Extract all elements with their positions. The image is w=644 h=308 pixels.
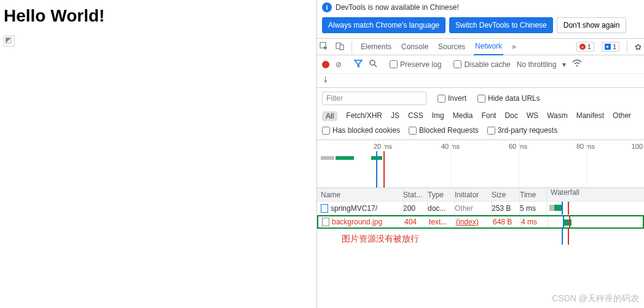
- tab-network[interactable]: Network: [474, 38, 503, 55]
- network-conditions-icon[interactable]: [572, 59, 582, 69]
- svg-line-4: [374, 65, 377, 67]
- match-language-button[interactable]: Always match Chrome's language: [322, 17, 446, 33]
- col-name[interactable]: Name: [317, 188, 403, 201]
- col-type[interactable]: Type: [428, 188, 455, 201]
- timeline-overview[interactable]: 20 ms 40 ms 60 ms 80 ms 100: [317, 140, 644, 188]
- network-table: Name Stat... Type Initiator Size Time Wa…: [317, 188, 644, 245]
- error-badge[interactable]: ×1: [576, 42, 594, 52]
- info-badge[interactable]: ✦1: [602, 42, 619, 52]
- col-waterfall[interactable]: Waterfall: [547, 188, 644, 201]
- filter-manifest[interactable]: Manifest: [576, 111, 604, 121]
- col-size[interactable]: Size: [492, 188, 520, 201]
- col-time[interactable]: Time: [520, 188, 547, 201]
- filter-media[interactable]: Media: [453, 111, 473, 121]
- table-header: Name Stat... Type Initiator Size Time Wa…: [317, 188, 644, 202]
- filter-js[interactable]: JS: [391, 111, 399, 121]
- dismiss-button[interactable]: Don't show again: [557, 17, 627, 33]
- search-icon[interactable]: [369, 59, 377, 69]
- filter-funnel-icon[interactable]: [354, 59, 363, 69]
- col-status[interactable]: Stat...: [403, 188, 428, 201]
- tab-sources[interactable]: Sources: [437, 39, 466, 55]
- download-icon[interactable]: ⭳: [322, 75, 329, 84]
- inspect-icon[interactable]: [320, 42, 328, 52]
- filter-all[interactable]: All: [322, 111, 337, 121]
- tab-elements[interactable]: Elements: [359, 39, 393, 55]
- document-icon: [321, 204, 328, 213]
- filter-other[interactable]: Other: [613, 111, 631, 121]
- table-row[interactable]: background.jpg 404 text... (index) 648 B…: [317, 215, 644, 229]
- tab-console[interactable]: Console: [400, 39, 430, 55]
- watermark: CSDN @天秤座的码农: [552, 293, 639, 304]
- infobar: i DevTools is now available in Chinese!: [317, 0, 644, 15]
- filter-doc[interactable]: Doc: [505, 111, 517, 121]
- chevron-down-icon[interactable]: ▾: [562, 60, 566, 69]
- annotation-text: 图片资源没有被放行: [317, 229, 644, 245]
- devtools-panel: i DevTools is now available in Chinese! …: [316, 0, 644, 308]
- filter-ws[interactable]: WS: [527, 111, 538, 121]
- filter-font[interactable]: Font: [481, 111, 496, 121]
- filter-css[interactable]: CSS: [408, 111, 423, 121]
- filter-wasm[interactable]: Wasm: [547, 111, 568, 121]
- preserve-log-checkbox[interactable]: Preserve log: [390, 60, 441, 69]
- svg-point-5: [576, 65, 578, 66]
- disable-cache-checkbox[interactable]: Disable cache: [454, 60, 510, 69]
- page-title: Hello World!: [4, 6, 316, 26]
- hide-data-urls-checkbox[interactable]: Hide data URLs: [477, 94, 540, 103]
- clear-icon[interactable]: ⊘: [336, 60, 342, 69]
- info-icon: i: [322, 2, 332, 12]
- filter-input[interactable]: Filter: [322, 92, 426, 105]
- svg-rect-2: [340, 45, 344, 50]
- svg-point-3: [370, 60, 375, 65]
- blocked-cookies-checkbox[interactable]: Has blocked cookies: [322, 126, 400, 135]
- third-party-checkbox[interactable]: 3rd-party requests: [487, 126, 557, 135]
- initiator-link[interactable]: (index): [456, 218, 479, 226]
- blocked-requests-checkbox[interactable]: Blocked Requests: [409, 126, 479, 135]
- throttling-select[interactable]: No throttling: [517, 60, 557, 69]
- settings-icon[interactable]: ✿: [635, 42, 642, 52]
- record-icon[interactable]: [322, 61, 329, 68]
- table-row[interactable]: springMVC17/ 200 doc... Other 253 B 5 ms: [317, 202, 644, 215]
- device-toggle-icon[interactable]: [336, 42, 344, 52]
- infobar-text: DevTools is now available in Chinese!: [336, 3, 459, 12]
- filter-img[interactable]: Img: [432, 111, 444, 121]
- broken-image-icon: [4, 36, 15, 47]
- tabs-overflow-icon[interactable]: »: [511, 39, 517, 55]
- filter-fetch[interactable]: Fetch/XHR: [346, 111, 382, 121]
- col-initiator[interactable]: Initiator: [455, 188, 492, 201]
- invert-checkbox[interactable]: Invert: [438, 94, 466, 103]
- switch-language-button[interactable]: Switch DevTools to Chinese: [449, 17, 553, 33]
- document-icon: [322, 218, 329, 226]
